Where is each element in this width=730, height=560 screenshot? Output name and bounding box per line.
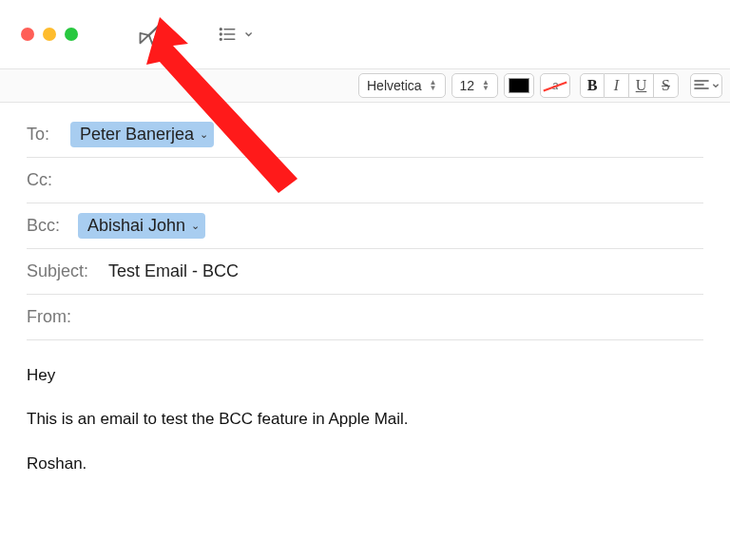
recipient-name: Abishai John [87,216,185,236]
svg-point-2 [220,33,221,35]
bcc-row[interactable]: Bcc: Abishai John ⌄ [27,203,703,249]
chevron-down-icon [244,29,253,40]
to-row[interactable]: To: Peter Banerjea ⌄ [27,112,703,158]
bcc-label: Bcc: [27,216,67,236]
text-align-button[interactable] [690,73,722,98]
font-family-select[interactable]: Helvetica ▲▼ [358,73,446,98]
body-line: This is an email to test the BCC feature… [27,407,703,432]
font-family-value: Helvetica [367,78,422,93]
recipient-chip-to[interactable]: Peter Banerjea ⌄ [70,122,214,147]
italic-button[interactable]: I [605,73,629,98]
zoom-window-button[interactable] [65,28,78,41]
from-row[interactable]: From: [27,295,703,340]
chevron-down-icon: ⌄ [200,128,208,141]
subject-row[interactable]: Subject: Test Email - BCC [27,249,703,295]
list-icon [219,24,240,45]
send-button[interactable] [133,17,167,51]
bold-button[interactable]: B [580,73,605,98]
font-size-value: 12 [460,78,475,93]
to-label: To: [27,125,59,145]
subject-value: Test Email - BCC [108,261,239,281]
send-icon [137,21,163,48]
body-line: Hey [27,363,703,388]
text-color-swatch [509,78,529,93]
body-line: Roshan. [27,452,703,476]
chevron-down-icon [712,82,720,89]
align-left-icon [694,80,709,91]
window-titlebar [0,0,730,68]
minimize-window-button[interactable] [43,28,56,41]
list-format-button[interactable] [219,17,253,51]
text-color-picker[interactable] [504,73,534,98]
format-toolbar: Helvetica ▲▼ 12 ▲▼ a B I U S [0,68,730,103]
chevron-down-icon: ⌄ [191,220,200,232]
stepper-icon: ▲▼ [430,80,437,91]
recipient-name: Peter Banerjea [80,125,194,145]
cc-label: Cc: [27,170,59,190]
text-style-group: B I U S [580,73,679,98]
recipient-chip-bcc[interactable]: Abishai John ⌄ [78,213,205,239]
close-window-button[interactable] [21,28,34,41]
stepper-icon: ▲▼ [482,80,490,91]
strikethrough-button[interactable]: S [654,73,679,98]
svg-point-0 [220,29,221,30]
window-controls [21,28,78,41]
svg-point-4 [220,38,221,40]
cc-row[interactable]: Cc: [27,158,703,203]
no-background-icon: a [545,78,566,93]
font-size-select[interactable]: 12 ▲▼ [451,73,499,98]
background-color-picker[interactable]: a [540,73,570,98]
from-label: From: [27,307,78,327]
underline-button[interactable]: U [629,73,654,98]
message-headers: To: Peter Banerjea ⌄ Cc: Bcc: Abishai Jo… [0,103,730,340]
subject-label: Subject: [27,261,97,281]
message-body[interactable]: Hey This is an email to test the BCC fea… [0,340,730,518]
